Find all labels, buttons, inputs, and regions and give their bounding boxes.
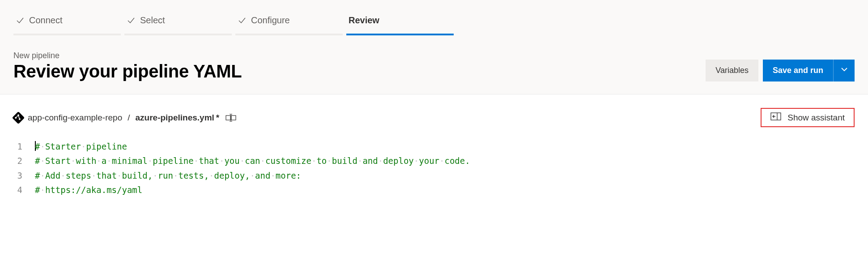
editor-line: 1 #·Starter·pipeline: [13, 139, 855, 154]
svg-rect-4: [226, 116, 230, 120]
page-subtitle: New pipeline: [13, 51, 242, 60]
svg-rect-0: [12, 111, 25, 124]
save-and-run-chevron[interactable]: [833, 60, 855, 81]
chevron-down-icon: [841, 66, 848, 75]
step-label: Configure: [251, 15, 290, 26]
check-icon: [238, 16, 247, 25]
svg-rect-5: [231, 116, 236, 120]
line-code: #·https://aka.ms/yaml: [35, 183, 142, 197]
step-connect[interactable]: Connect: [13, 9, 121, 35]
header-actions: Variables Save and run: [706, 60, 855, 81]
line-number: 2: [13, 154, 35, 168]
step-review[interactable]: Review: [346, 9, 454, 35]
dirty-indicator: *: [216, 113, 219, 123]
show-assistant-button[interactable]: Show assistant: [761, 108, 855, 127]
rename-icon[interactable]: [226, 114, 236, 122]
check-icon: [16, 16, 25, 25]
step-select[interactable]: Select: [124, 9, 232, 35]
line-number: 1: [13, 139, 35, 154]
breadcrumb-repo[interactable]: app-config-example-repo: [28, 113, 122, 123]
pipeline-stepper: Connect Select Configure Review: [0, 0, 868, 35]
step-configure[interactable]: Configure: [235, 9, 343, 35]
line-code: #·Starter·pipeline: [35, 139, 127, 154]
check-icon: [127, 16, 136, 25]
editor-line: 3 #·Add·steps·that·build,·run·tests,·dep…: [13, 168, 855, 183]
line-code: #·Start·with·a·minimal·pipeline·that·you…: [35, 154, 470, 168]
save-run-split-button: Save and run: [763, 60, 855, 81]
step-label: Select: [140, 15, 165, 26]
breadcrumb-filename[interactable]: azure-pipelines.yml: [136, 113, 214, 123]
header-title-block: New pipeline Review your pipeline YAML: [13, 51, 242, 81]
line-code: #·Add·steps·that·build,·run·tests,·deplo…: [35, 168, 301, 183]
line-number: 4: [13, 183, 35, 197]
line-number: 3: [13, 168, 35, 183]
editor-line: 2 #·Start·with·a·minimal·pipeline·that·y…: [13, 154, 855, 168]
show-assistant-label: Show assistant: [787, 113, 845, 123]
step-label: Review: [349, 15, 379, 26]
show-assistant-icon: [770, 112, 781, 123]
file-breadcrumb: app-config-example-repo / azure-pipeline…: [13, 113, 236, 123]
editor-line: 4 #·https://aka.ms/yaml: [13, 183, 855, 197]
save-and-run-button[interactable]: Save and run: [763, 60, 833, 81]
step-label: Connect: [29, 15, 63, 26]
page-title: Review your pipeline YAML: [13, 61, 242, 81]
variables-button[interactable]: Variables: [706, 60, 758, 81]
git-repo-icon: [11, 111, 25, 124]
yaml-editor[interactable]: 1 #·Starter·pipeline 2 #·Start·with·a·mi…: [0, 133, 868, 200]
breadcrumb-separator: /: [128, 113, 130, 123]
